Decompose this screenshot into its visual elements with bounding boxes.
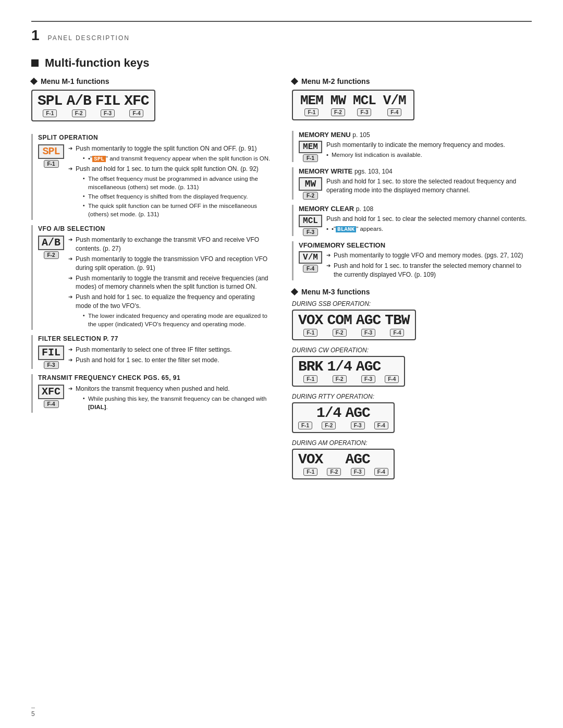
mem-key-block: MEM F-1 Push momentarily to indicate the… (299, 141, 532, 162)
vm-key-fn: F-4 (303, 265, 318, 273)
key-empty-cw-label (388, 360, 396, 374)
xfc-key-display: XFC (38, 385, 64, 399)
split-desc: Push momentarily to toggle the split fun… (68, 144, 271, 220)
key-mem-label: MEM (300, 94, 323, 107)
am-key-panel: VOX F-1 F-2 AGC F-3 F-4 (292, 449, 395, 479)
rtty-label: DURING RTTY OPERATION: (292, 393, 532, 400)
key-mcl-fn: F-3 (357, 108, 371, 116)
key-empty-am4-label (377, 452, 385, 467)
vfo-memory-section: VFO/MEMORY SELECTION V/M F-4 Push moment… (292, 241, 532, 280)
key-fil-group: FIL F-3 (95, 94, 120, 117)
vfo-ab-key-fn: F-2 (44, 251, 59, 259)
menu-m1-key-panel: SPL F-1 A/B F-2 FIL F-3 XFC F-4 (31, 90, 155, 121)
right-column: Menu M-2 functions MEM F-1 MW F-2 MCL F-… (292, 77, 532, 490)
vfo-ab-heading: VFO A/B SELECTION (38, 225, 271, 232)
filter-heading: FILTER SELECTION p. 77 (38, 335, 271, 342)
vm-inline-key: V/M F-4 (299, 251, 322, 273)
vfo-ab-bullet-1: Push momentarily to exchange the transmi… (68, 236, 271, 253)
key-empty-rtty4-fn: F-4 (374, 422, 388, 429)
xfc-key-fn: F-4 (44, 400, 59, 408)
vfo-ab-section: VFO A/B SELECTION A/B F-2 Push momentari… (31, 225, 271, 330)
key-agc-label: AGC (356, 313, 381, 328)
mw-key-block: MW F-2 Push and hold for 1 sec. to store… (299, 177, 532, 200)
key-com-fn: F-2 (333, 329, 347, 337)
vm-bullet-1: Push momentarily to toggle VFO and memor… (326, 251, 532, 260)
xfc-inline-key: XFC F-4 (38, 385, 64, 408)
ssb-label: DURING SSB OPERATION: (292, 300, 532, 307)
chapter-number: 1 (31, 27, 40, 44)
key-14-rtty: 1/4 F-2 (316, 406, 341, 429)
key-mw-fn: F-2 (331, 108, 345, 116)
split-bullet-2: Push and hold for 1 sec. to turn the qui… (68, 165, 271, 218)
key-empty-rtty1: F-1 (298, 406, 312, 429)
key-ab-group: A/B F-2 (66, 94, 91, 117)
key-14-fn: F-2 (333, 375, 347, 383)
mcl-key-block: MCL F-3 Push and hold for 1 sec. to clea… (299, 215, 532, 236)
menu-m2-section: Menu M-2 functions MEM F-1 MW F-2 MCL F-… (292, 77, 532, 280)
key-empty-am2: F-2 (327, 452, 341, 476)
key-agc-ssb: AGC F-3 (356, 313, 381, 337)
split-bullet-1: Push momentarily to toggle the split fun… (68, 144, 271, 163)
key-brk-label: BRK (298, 360, 323, 374)
mcl-key-fn: F-3 (303, 228, 318, 236)
vfo-memory-heading: VFO/MEMORY SELECTION (299, 241, 532, 249)
key-vox-am: VOX F-1 (298, 452, 323, 476)
mw-key-display: MW (299, 177, 322, 191)
vfo-ab-bullet-3: Push momentarily to toggle the transmit … (68, 274, 271, 292)
key-agc-cw-label: AGC (356, 360, 381, 374)
memory-menu-section: MEMORY MENU p. 105 MEM F-1 Push momentar… (292, 131, 532, 162)
split-key-display: SPL (38, 144, 64, 159)
menu-m2-title: Menu M-2 functions (292, 77, 532, 85)
key-mw-label: MW (331, 94, 346, 107)
vm-key-block: V/M F-4 Push momentarily to toggle VFO a… (299, 251, 532, 280)
vm-desc: Push momentarily to toggle VFO and memor… (326, 251, 532, 280)
key-spl-fn: F-1 (43, 109, 57, 117)
key-agc-am: AGC F-3 (345, 452, 370, 476)
key-agc-am-label: AGC (345, 452, 370, 467)
key-empty-rtty1-fn: F-1 (298, 422, 312, 429)
diamond-icon-m3 (291, 288, 298, 295)
memory-write-section: MEMORY WRITE pgs. 103, 104 MW F-2 Push a… (292, 167, 532, 200)
filter-bullet-2: Push and hold for 1 sec. to enter the fi… (68, 356, 271, 365)
filter-desc: Push momentarily to select one of three … (68, 346, 271, 366)
memory-write-heading: MEMORY WRITE pgs. 103, 104 (299, 167, 532, 175)
blank-highlight: BLANK (336, 226, 356, 232)
key-vox-label: VOX (298, 313, 323, 328)
key-mem-group: MEM F-1 (300, 94, 323, 116)
key-empty-rtty4: F-4 (374, 406, 388, 429)
chapter-title: PANEL DESCRIPTION (48, 34, 130, 42)
key-empty-rtty4-label (377, 406, 385, 421)
menu-m3-section: Menu M-3 functions DURING SSB OPERATION:… (292, 288, 532, 483)
page-header: 1 PANEL DESCRIPTION (31, 27, 532, 44)
mw-key-fn: F-2 (303, 192, 318, 200)
key-xfc-label: XFC (124, 94, 149, 108)
key-agc-fn: F-3 (361, 329, 375, 337)
mcl-inline-key: MCL F-3 (299, 215, 322, 236)
diamond-icon (30, 78, 38, 85)
key-mw-group: MW F-2 (331, 94, 346, 116)
xfc-sub-1: While pushing this key, the transmit fre… (83, 394, 271, 411)
rtty-key-panel: F-1 1/4 F-2 AGC F-3 F-4 (292, 402, 395, 433)
vfo-ab-inline-key: A/B F-2 (38, 236, 64, 259)
key-ab-fn: F-2 (72, 109, 86, 117)
key-mem-fn: F-1 (304, 108, 319, 116)
top-rule (31, 21, 532, 22)
split-heading: SPLIT OPERATION (38, 134, 271, 141)
xfc-bullet-1: Monitors the transmit frequency when pus… (68, 385, 271, 411)
key-ab-label: A/B (66, 94, 91, 108)
key-com-label: COM (327, 313, 351, 328)
key-brk-cw: BRK F-1 (298, 360, 323, 383)
key-empty-am4: F-4 (374, 452, 388, 476)
key-14-rtty-label: 1/4 (316, 406, 341, 421)
xfc-key-block: XFC F-4 Monitors the transmit frequency … (38, 385, 271, 413)
key-spl-group: SPL F-1 (38, 94, 62, 117)
cw-label: DURING CW OPERATION: (292, 347, 532, 354)
key-agc-rtty-label: AGC (345, 406, 370, 421)
page-bottom-number: 5 (31, 708, 35, 718)
menu-m3-title: Menu M-3 functions (292, 288, 532, 296)
filter-inline-key: FIL F-3 (38, 346, 64, 369)
vfo-ab-key-display: A/B (38, 236, 64, 250)
vm-bullet-2: Push and hold for 1 sec. to transfer the… (326, 262, 532, 279)
key-vox-ssb: VOX F-1 (298, 313, 323, 337)
vfo-ab-key-block: A/B F-2 Push momentarily to exchange the… (38, 236, 271, 330)
